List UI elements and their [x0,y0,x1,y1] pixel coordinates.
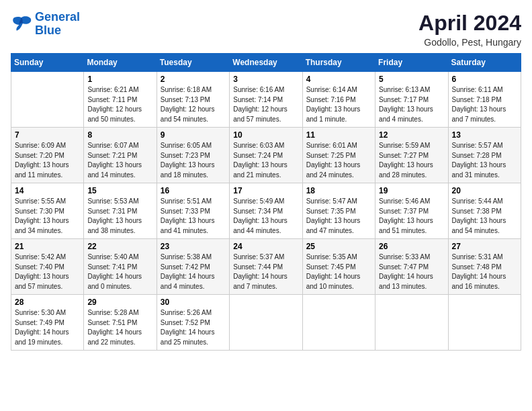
day-number: 29 [87,298,152,307]
day-number: 16 [161,186,226,195]
calendar-cell [11,72,84,128]
day-info: Sunrise: 5:55 AMSunset: 7:30 PMDaylight:… [15,197,80,236]
day-number: 30 [161,298,226,307]
day-info: Sunrise: 6:18 AMSunset: 7:13 PMDaylight:… [161,85,226,124]
day-info: Sunrise: 6:21 AMSunset: 7:11 PMDaylight:… [87,85,152,124]
day-info: Sunrise: 5:46 AMSunset: 7:37 PMDaylight:… [379,197,444,236]
day-info: Sunrise: 5:47 AMSunset: 7:35 PMDaylight:… [306,197,371,236]
month-title: April 2024 [418,11,521,36]
calendar-cell [375,295,448,351]
day-info: Sunrise: 5:38 AMSunset: 7:42 PMDaylight:… [161,253,226,291]
calendar-cell [230,295,302,351]
day-number: 10 [233,130,298,140]
weekday-header: Monday [84,54,157,72]
day-number: 18 [306,186,371,195]
day-info: Sunrise: 6:14 AMSunset: 7:16 PMDaylight:… [306,85,371,124]
calendar-cell: 21Sunrise: 5:42 AMSunset: 7:40 PMDayligh… [11,239,84,295]
day-info: Sunrise: 5:40 AMSunset: 7:41 PMDaylight:… [87,253,152,291]
calendar-cell: 24Sunrise: 5:37 AMSunset: 7:44 PMDayligh… [230,239,302,295]
week-row: 28Sunrise: 5:30 AMSunset: 7:49 PMDayligh… [11,295,521,351]
day-number: 28 [15,298,80,307]
day-info: Sunrise: 6:09 AMSunset: 7:20 PMDaylight:… [15,141,80,180]
day-info: Sunrise: 5:59 AMSunset: 7:27 PMDaylight:… [379,141,444,180]
calendar-cell: 11Sunrise: 6:01 AMSunset: 7:25 PMDayligh… [302,128,375,183]
weekday-header: Wednesday [230,54,302,72]
weekday-header: Thursday [302,54,375,72]
week-row: 21Sunrise: 5:42 AMSunset: 7:40 PMDayligh… [11,239,521,295]
calendar-cell: 30Sunrise: 5:26 AMSunset: 7:52 PMDayligh… [157,295,229,351]
day-info: Sunrise: 6:11 AMSunset: 7:18 PMDaylight:… [452,85,517,124]
calendar-cell: 6Sunrise: 6:11 AMSunset: 7:18 PMDaylight… [448,72,521,128]
day-info: Sunrise: 5:44 AMSunset: 7:38 PMDaylight:… [452,197,517,236]
calendar-cell [448,295,521,351]
week-row: 14Sunrise: 5:55 AMSunset: 7:30 PMDayligh… [11,183,521,239]
day-info: Sunrise: 6:13 AMSunset: 7:17 PMDaylight:… [379,85,444,124]
week-row: 1Sunrise: 6:21 AMSunset: 7:11 PMDaylight… [11,72,521,128]
calendar-cell: 15Sunrise: 5:53 AMSunset: 7:31 PMDayligh… [84,183,157,239]
logo-icon [11,15,32,34]
calendar-cell: 8Sunrise: 6:07 AMSunset: 7:21 PMDaylight… [84,128,157,183]
calendar-cell: 14Sunrise: 5:55 AMSunset: 7:30 PMDayligh… [11,183,84,239]
weekday-header: Friday [375,54,448,72]
day-number: 27 [452,242,517,251]
day-number: 8 [87,130,152,140]
calendar-cell: 9Sunrise: 6:05 AMSunset: 7:23 PMDaylight… [157,128,229,183]
day-number: 7 [15,130,80,140]
calendar-cell [302,295,375,351]
calendar-cell: 19Sunrise: 5:46 AMSunset: 7:37 PMDayligh… [375,183,448,239]
day-number: 24 [233,242,298,251]
weekday-header: Sunday [11,54,84,72]
day-info: Sunrise: 5:30 AMSunset: 7:49 PMDaylight:… [15,308,80,347]
calendar-cell: 29Sunrise: 5:28 AMSunset: 7:51 PMDayligh… [84,295,157,351]
day-number: 17 [233,186,298,195]
day-number: 3 [233,75,298,84]
week-row: 7Sunrise: 6:09 AMSunset: 7:20 PMDaylight… [11,128,521,183]
calendar-cell: 7Sunrise: 6:09 AMSunset: 7:20 PMDaylight… [11,128,84,183]
calendar-cell: 20Sunrise: 5:44 AMSunset: 7:38 PMDayligh… [448,183,521,239]
calendar-cell: 1Sunrise: 6:21 AMSunset: 7:11 PMDaylight… [84,72,157,128]
calendar-cell: 18Sunrise: 5:47 AMSunset: 7:35 PMDayligh… [302,183,375,239]
calendar-table: SundayMondayTuesdayWednesdayThursdayFrid… [11,53,521,351]
calendar-cell: 3Sunrise: 6:16 AMSunset: 7:14 PMDaylight… [230,72,302,128]
day-info: Sunrise: 6:05 AMSunset: 7:23 PMDaylight:… [161,141,226,180]
day-number: 6 [452,75,517,84]
logo-text: General Blue [35,11,80,38]
day-info: Sunrise: 5:49 AMSunset: 7:34 PMDaylight:… [233,197,298,236]
calendar-cell: 17Sunrise: 5:49 AMSunset: 7:34 PMDayligh… [230,183,302,239]
day-info: Sunrise: 5:57 AMSunset: 7:28 PMDaylight:… [452,141,517,180]
day-info: Sunrise: 5:53 AMSunset: 7:31 PMDaylight:… [87,197,152,236]
day-number: 12 [379,130,444,140]
day-info: Sunrise: 6:07 AMSunset: 7:21 PMDaylight:… [87,141,152,180]
day-number: 9 [161,130,226,140]
calendar-cell: 2Sunrise: 6:18 AMSunset: 7:13 PMDaylight… [157,72,229,128]
day-number: 22 [87,242,152,251]
day-info: Sunrise: 5:31 AMSunset: 7:48 PMDaylight:… [452,253,517,291]
day-number: 21 [15,242,80,251]
logo: General Blue [11,11,80,38]
day-number: 23 [161,242,226,251]
day-number: 4 [306,75,371,84]
day-number: 14 [15,186,80,195]
calendar-cell: 12Sunrise: 5:59 AMSunset: 7:27 PMDayligh… [375,128,448,183]
calendar-cell: 25Sunrise: 5:35 AMSunset: 7:45 PMDayligh… [302,239,375,295]
weekday-header-row: SundayMondayTuesdayWednesdayThursdayFrid… [11,54,521,72]
day-number: 2 [161,75,226,84]
day-number: 15 [87,186,152,195]
day-number: 5 [379,75,444,84]
day-number: 13 [452,130,517,140]
day-info: Sunrise: 5:26 AMSunset: 7:52 PMDaylight:… [161,308,226,347]
calendar-cell: 10Sunrise: 6:03 AMSunset: 7:24 PMDayligh… [230,128,302,183]
day-number: 19 [379,186,444,195]
weekday-header: Saturday [448,54,521,72]
calendar-cell: 22Sunrise: 5:40 AMSunset: 7:41 PMDayligh… [84,239,157,295]
day-info: Sunrise: 6:16 AMSunset: 7:14 PMDaylight:… [233,85,298,124]
calendar-cell: 5Sunrise: 6:13 AMSunset: 7:17 PMDaylight… [375,72,448,128]
calendar-cell: 4Sunrise: 6:14 AMSunset: 7:16 PMDaylight… [302,72,375,128]
day-number: 11 [306,130,371,140]
day-number: 1 [87,75,152,84]
location: Godollo, Pest, Hungary [418,37,521,48]
day-number: 20 [452,186,517,195]
calendar-cell: 27Sunrise: 5:31 AMSunset: 7:48 PMDayligh… [448,239,521,295]
weekday-header: Tuesday [157,54,229,72]
calendar-cell: 26Sunrise: 5:33 AMSunset: 7:47 PMDayligh… [375,239,448,295]
